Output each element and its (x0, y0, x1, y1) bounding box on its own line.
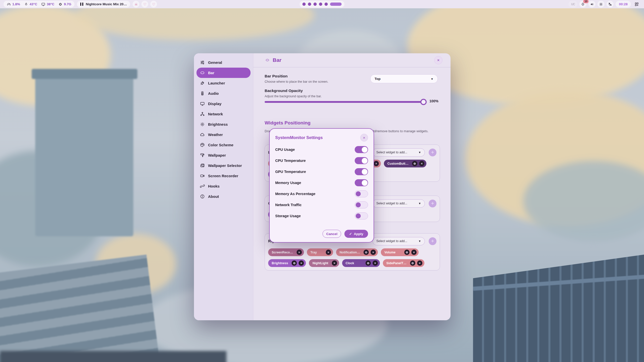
gear-icon: ⚙ (365, 251, 367, 254)
widget-chip-tray[interactable]: Tray× (307, 248, 333, 256)
workspace-indicator[interactable] (300, 1, 344, 8)
widget-settings-button[interactable]: ⚙ (410, 260, 415, 266)
widget-chip-screenreco[interactable]: ScreenReco…× (268, 248, 304, 256)
sidebar-item-label: Launcher (208, 81, 225, 85)
workspace-dot-active[interactable] (330, 3, 342, 6)
sidebar-item-hooks[interactable]: Hooks (196, 181, 251, 191)
cancel-button[interactable]: Cancel (323, 230, 341, 238)
add-widget-button[interactable]: + (429, 200, 436, 207)
overview-button[interactable] (633, 1, 640, 8)
gear-icon: ⚙ (367, 261, 369, 265)
heart-emoji-button[interactable]: ♡ (150, 1, 157, 8)
flame-icon (24, 2, 28, 6)
sidebar-item-general[interactable]: General (196, 57, 251, 68)
toggle-row-cpu-temperature: CPU Temperature (275, 155, 368, 166)
window-close-button[interactable]: × (434, 56, 442, 64)
brightness-button[interactable] (597, 1, 605, 8)
sidebar-item-launcher[interactable]: Launcher (196, 78, 251, 88)
widget-chip-volume[interactable]: Volume⚙× (381, 248, 419, 256)
apply-button[interactable]: ✓ Apply (344, 230, 368, 238)
sidebar-item-about[interactable]: About (196, 191, 251, 202)
widget-remove-button[interactable]: × (411, 250, 417, 255)
notification-badge: 10 (583, 0, 589, 3)
widget-remove-button[interactable]: × (297, 250, 302, 255)
rocket-icon (200, 81, 205, 85)
slider-thumb[interactable] (420, 99, 427, 105)
widget-chip-custombutt[interactable]: CustomButt…⚙× (384, 160, 426, 167)
bar-position-dropdown[interactable]: Top ▼ (370, 74, 438, 83)
widget-chip-label: SidePanelT… (386, 261, 407, 265)
dialog-close-button[interactable]: × (360, 134, 368, 142)
toggle-switch[interactable] (355, 146, 368, 153)
sidebar-item-wallpaper[interactable]: Wallpaper (196, 150, 251, 160)
skull-emoji-button[interactable]: ☠ (133, 1, 139, 8)
night-light-button[interactable] (607, 1, 614, 8)
widget-chip-brightness[interactable]: Brightness⚙× (268, 259, 306, 267)
toggle-switch[interactable] (355, 190, 368, 197)
widget-remove-button[interactable]: × (417, 260, 422, 266)
widget-remove-button[interactable]: × (332, 260, 337, 266)
toggle-label: Memory Usage (275, 181, 301, 185)
add-widget-button[interactable]: + (429, 149, 436, 156)
sidebar-item-label: About (208, 194, 219, 199)
widget-chip-notification[interactable]: Notification…⚙× (336, 248, 378, 256)
emoji-buttons: ☠♡♡ (133, 1, 157, 8)
sidebar-item-weather[interactable]: Weather (196, 129, 251, 140)
setting-description: Choose where to place the bar on the scr… (265, 80, 328, 83)
widget-remove-button[interactable]: × (419, 161, 424, 166)
workspace-dot[interactable] (313, 3, 317, 6)
sidebar-item-screen-recorder[interactable]: Screen Recorder (196, 171, 251, 181)
sidebar-item-network[interactable]: Network (196, 109, 251, 119)
widget-settings-button[interactable]: ⚙ (412, 161, 417, 166)
toggle-switch[interactable] (355, 168, 368, 175)
sliders-icon (200, 60, 205, 65)
gauge-icon (7, 2, 11, 6)
page-title: Bar (265, 57, 281, 63)
sidebar-item-brightness[interactable]: Brightness (196, 119, 251, 129)
toggle-label: Memory As Percentage (275, 192, 315, 196)
widget-remove-button[interactable]: × (373, 260, 378, 266)
widget-settings-button[interactable]: ⚙ (364, 250, 369, 255)
sidebar-item-display[interactable]: Display (196, 99, 251, 109)
add-widget-placeholder: Select widget to add... (376, 151, 407, 154)
workspace-dot[interactable] (325, 3, 328, 6)
add-widget-dropdown[interactable]: Select widget to add...▼ (373, 199, 425, 208)
widget-chip-clock[interactable]: Clock⚙× (342, 259, 380, 267)
sidebar-item-wallpaper-selector[interactable]: Wallpaper Selector (196, 160, 251, 171)
widget-settings-button[interactable]: ⚙ (366, 260, 371, 266)
toggle-switch[interactable] (355, 212, 368, 219)
toggle-switch[interactable] (355, 157, 368, 164)
toggle-switch[interactable] (355, 201, 368, 208)
add-widget-dropdown[interactable]: Select widget to add...▼ (373, 237, 425, 245)
link-icon (200, 184, 205, 189)
volume-button[interactable] (588, 1, 595, 8)
sidebar-item-bar[interactable]: Bar (196, 68, 251, 78)
widget-settings-button[interactable]: ⚙ (404, 250, 410, 255)
systemmonitor-settings-dialog: SystemMonitor Settings × CPU UsageCPU Te… (269, 128, 374, 243)
clock[interactable]: 00:28 (616, 1, 631, 8)
toggle-switch[interactable] (355, 179, 368, 186)
media-widget[interactable]: Nightcore Music Mix 20… (77, 1, 130, 8)
widget-remove-button[interactable]: × (371, 250, 376, 255)
videocam-icon (200, 173, 205, 178)
workspace-dot[interactable] (302, 3, 306, 6)
check-icon: ✓ (349, 232, 352, 236)
keyboard-layout-indicator[interactable]: UC (569, 1, 577, 8)
widget-remove-button[interactable]: × (299, 260, 304, 266)
workspace-dot[interactable] (308, 3, 311, 6)
widget-chip-nightlight[interactable]: NightLight× (309, 259, 339, 267)
widget-chip-sidepanelt[interactable]: SidePanelT…⚙× (383, 259, 424, 267)
heart-emoji-button[interactable]: ♡ (141, 1, 148, 8)
sidebar-item-color-scheme[interactable]: Color Scheme (196, 140, 251, 150)
monitor-icon (200, 101, 205, 106)
widget-settings-button[interactable]: ⚙ (292, 260, 297, 266)
sidebar-item-audio[interactable]: Audio (196, 88, 251, 99)
widget-remove-button[interactable]: × (374, 161, 379, 166)
widget-remove-button[interactable]: × (326, 250, 331, 255)
opacity-slider[interactable] (265, 101, 426, 103)
add-widget-button[interactable]: + (429, 237, 436, 245)
workspace-dot[interactable] (319, 3, 322, 6)
add-widget-dropdown[interactable]: Select widget to add...▼ (373, 148, 425, 157)
notifications-button[interactable]: 10 (579, 1, 586, 8)
system-stats: 1.8%43°C38°C9.7G (4, 1, 74, 8)
